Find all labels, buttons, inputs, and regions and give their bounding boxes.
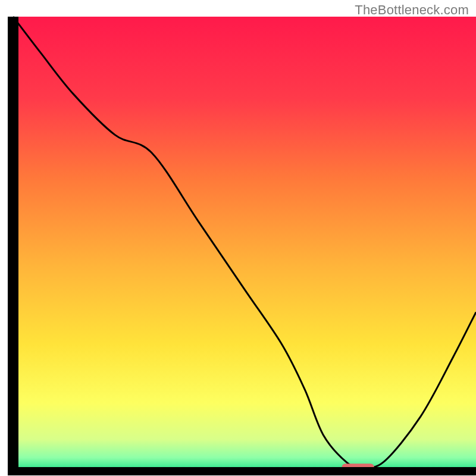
chart-container: TheBottleneck.com [0, 0, 476, 476]
chart-background-gradient [13, 17, 476, 471]
watermark-text: TheBottleneck.com [355, 2, 469, 18]
bottleneck-chart [0, 0, 476, 476]
